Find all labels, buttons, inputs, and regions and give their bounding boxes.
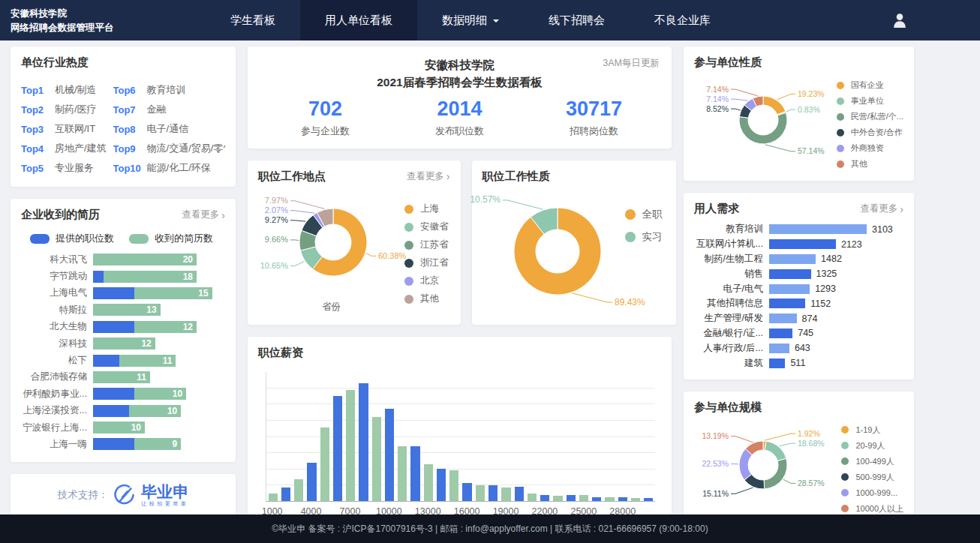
demand-value: 1482 <box>821 254 842 264</box>
company-label: 字节跳动 <box>21 270 93 283</box>
legend-label: 全职 <box>642 208 663 221</box>
dashboard-header-card: 3AM每日更新 安徽科技学院 2021届春季招聘会学生数据看板 702参与企业数… <box>248 46 672 148</box>
resumes-segment: 11 <box>93 371 150 383</box>
table-row: 其他招聘信息1152 <box>694 296 903 311</box>
legend-item[interactable]: 民营/私营/个... <box>837 109 903 124</box>
legend-item[interactable]: 100-499人 <box>841 454 903 470</box>
legend-item[interactable]: 中外合资/合作 <box>837 124 903 140</box>
slice-percent-label: 28.57% <box>798 478 825 488</box>
demand-label: 人事/行政/后... <box>694 342 769 355</box>
table-row: 宁波银行上海...10 <box>21 419 225 436</box>
kpi-label: 招聘岗位数 <box>527 124 661 138</box>
demand-value: 2123 <box>841 239 862 250</box>
demand-value: 3103 <box>872 224 893 235</box>
label-leader-line <box>572 292 612 302</box>
donut-chart: 1.92%18.68%28.57%15.11%22.53%13.19% <box>694 415 829 514</box>
donut-slice <box>763 96 786 115</box>
table-row: 销售1325 <box>694 266 903 281</box>
legend-dot <box>625 209 636 220</box>
demand-bar <box>769 254 816 264</box>
nav-item-3[interactable]: 数据明细 <box>417 0 524 40</box>
kpi-value: 702 <box>258 98 392 121</box>
demand-bar-chart: 教育培训3103互联网/计算机...2123制药/生物工程1482销售1325电… <box>694 222 903 370</box>
legend-item[interactable]: 1000-999... <box>841 485 903 501</box>
company-label: 松下 <box>21 354 93 367</box>
legend-item[interactable]: 实习 <box>625 226 663 248</box>
industry-rank: Top4 <box>21 143 55 154</box>
view-more-link[interactable]: 查看更多 › <box>182 208 225 221</box>
demand-bar <box>769 358 785 368</box>
biyeshen-logo-text[interactable]: 毕业申 让校招更简单 <box>141 484 188 506</box>
slice-percent-label: 89.43% <box>615 296 645 307</box>
legend-label: 事业单位 <box>851 95 884 106</box>
chart-legend: 全职实习 <box>625 203 666 248</box>
industry-rank: Top10 <box>113 163 147 174</box>
company-label: 合肥沛顿存储 <box>21 370 93 383</box>
legend-item[interactable]: 1-19人 <box>841 422 903 438</box>
salary-card: 职位薪资 10004000700010000130001600019000220… <box>248 337 672 515</box>
legend-item[interactable]: 北京 <box>404 272 449 290</box>
legend-item[interactable]: 江苏省 <box>404 236 449 254</box>
histogram-bar <box>553 496 562 500</box>
legend-item[interactable]: 提供的职位数 <box>30 232 114 245</box>
job-worktype-card: 职位工作性质 89.43%10.57% 全职实习 <box>472 160 676 325</box>
legend-item[interactable]: 其他 <box>404 290 449 308</box>
legend-item[interactable]: 10000人以上 <box>841 501 903 514</box>
nav-item-2[interactable]: 用人单位看板 <box>300 0 417 40</box>
nav-item-5[interactable]: 不良企业库 <box>630 0 735 40</box>
x-tick-label: 28000 <box>609 506 636 515</box>
legend-label: 上海 <box>420 202 439 215</box>
resume-chart-legend: 提供的职位数收到的简历数 <box>30 232 225 245</box>
label-leader-line <box>731 109 741 110</box>
industry-item: Top6教育培训 <box>113 80 225 100</box>
company-label: 伊利酸奶事业... <box>21 388 93 400</box>
industry-name: 互联网/IT <box>55 122 95 136</box>
view-more-link[interactable]: 查看更多 › <box>407 170 450 183</box>
company-label: 上海一嗨 <box>21 438 93 451</box>
nav-item-1[interactable]: 学生看板 <box>206 0 300 40</box>
app-root: 安徽科技学院 网络招聘会数据管理平台 学生看板用人单位看板数据明细线下招聘会不良… <box>0 0 980 543</box>
legend-label: 国有企业 <box>851 80 884 91</box>
dashboard-title: 安徽科技学院 2021届春季招聘会学生数据看板 <box>258 56 661 92</box>
legend-item[interactable]: 全职 <box>625 203 663 226</box>
legend-item[interactable]: 上海 <box>404 200 449 218</box>
user-avatar-button[interactable] <box>891 0 908 40</box>
legend-dot <box>837 82 844 89</box>
industry-item: Top4房地产/建筑 <box>21 139 113 158</box>
table-row: 上海泾溪投资...10 <box>21 403 225 419</box>
demand-label: 生产管理/研发 <box>694 312 769 325</box>
brand-logo[interactable]: 安徽科技学院 网络招聘会数据管理平台 <box>0 0 174 40</box>
resumes-segment: 12 <box>134 321 197 333</box>
table-row: 电子/电气1293 <box>694 281 903 296</box>
industry-heat-list: Top1机械/制造Top2制药/医疗Top3互联网/ITTop4房地产/建筑To… <box>21 80 225 178</box>
jobs-segment <box>93 405 129 417</box>
donut-slice <box>765 441 786 460</box>
legend-item[interactable]: 浙江省 <box>404 254 449 272</box>
legend-item[interactable]: 安徽省 <box>404 218 449 236</box>
tech-support-label: 技术支持： <box>58 488 109 502</box>
legend-item[interactable]: 500-999人 <box>841 470 903 485</box>
legend-swatch <box>30 234 50 244</box>
legend-item[interactable]: 20-99人 <box>841 438 903 454</box>
legend-item[interactable]: 收到的简历数 <box>129 232 213 245</box>
view-more-link[interactable]: 查看更多 › <box>860 202 903 215</box>
chevron-down-icon <box>493 20 499 26</box>
table-row: 字节跳动18 <box>21 268 225 284</box>
user-icon <box>891 12 908 28</box>
legend-dot <box>837 145 844 152</box>
legend-item[interactable]: 国有企业 <box>837 77 903 93</box>
legend-item[interactable]: 事业单位 <box>837 93 903 109</box>
label-leader-line <box>765 434 795 440</box>
stacked-bar: 15 <box>93 287 212 299</box>
demand-bar <box>769 239 836 249</box>
x-tick-label: 4000 <box>301 506 322 515</box>
chart-legend: 上海安徽省江苏省浙江省北京其他 <box>404 200 450 308</box>
company-label: 特斯拉 <box>21 304 93 316</box>
legend-item[interactable]: 其他 <box>837 156 903 172</box>
legend-label: 1-19人 <box>855 424 880 436</box>
slice-percent-label: 19.23% <box>798 89 825 98</box>
legend-item[interactable]: 外商独资 <box>837 140 903 156</box>
nav-item-4[interactable]: 线下招聘会 <box>524 0 630 40</box>
kpi-value: 2014 <box>392 98 527 121</box>
x-tick-label: 13000 <box>415 506 441 515</box>
